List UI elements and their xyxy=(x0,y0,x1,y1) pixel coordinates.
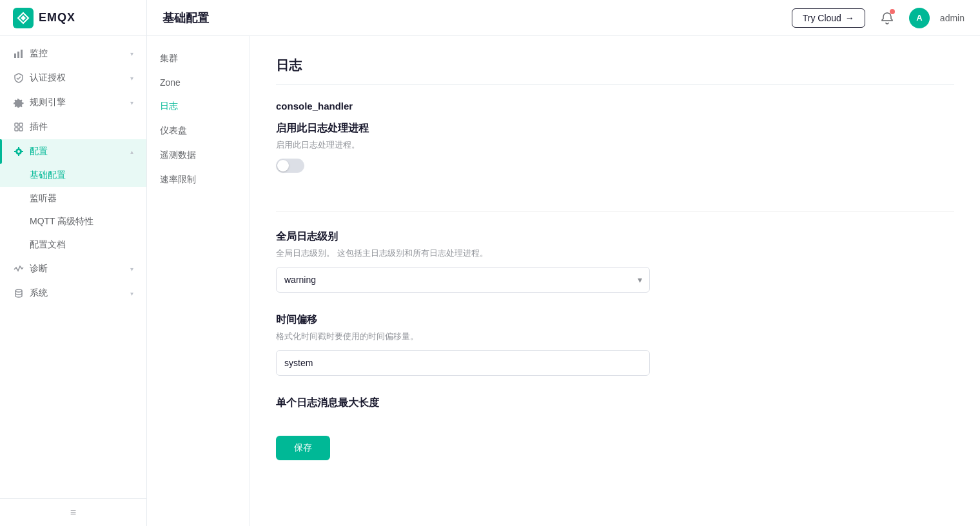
activity-icon xyxy=(13,263,24,275)
chevron-down-icon: ▾ xyxy=(130,50,133,57)
try-cloud-button[interactable]: Try Cloud → xyxy=(792,8,865,28)
sidebar-item-rule-engine[interactable]: 规则引擎 ▾ xyxy=(0,90,146,115)
svg-rect-6 xyxy=(15,128,18,131)
sidebar-subitem-mqtt-advanced-label: MQTT 高级特性 xyxy=(30,216,93,226)
enable-handler-label: 启用此日志处理进程 xyxy=(276,122,954,135)
time-offset-field: 时间偏移 格式化时间戳时要使用的时间偏移量。 xyxy=(276,313,954,376)
sidebar-item-system[interactable]: 系统 ▾ xyxy=(0,281,146,306)
sidebar-item-monitoring-label: 监控 xyxy=(30,48,48,59)
svg-rect-4 xyxy=(15,123,18,126)
page-title: 基础配置 xyxy=(162,10,781,26)
chevron-down-icon: ▾ xyxy=(130,99,133,106)
console-handler-section: console_handler 启用此日志处理进程 启用此日志处理进程。 xyxy=(276,101,954,212)
sec-nav-rate-limit[interactable]: 速率限制 xyxy=(147,168,250,192)
sidebar-item-diagnosis-label: 诊断 xyxy=(30,263,48,275)
time-offset-label: 时间偏移 xyxy=(276,313,954,327)
console-handler-title: console_handler xyxy=(276,101,954,112)
sidebar-item-rule-engine-label: 规则引擎 xyxy=(30,97,66,108)
sidebar-item-plugins-label: 插件 xyxy=(30,121,48,133)
chart-icon xyxy=(13,48,24,59)
gear-icon xyxy=(13,97,24,108)
svg-rect-2 xyxy=(17,52,19,58)
sec-nav-zone-label: Zone xyxy=(160,77,181,88)
max-length-field: 单个日志消息最大长度 xyxy=(276,396,954,410)
svg-rect-1 xyxy=(14,54,16,58)
svg-rect-5 xyxy=(19,123,23,126)
settings-icon xyxy=(13,146,24,157)
sidebar-footer: ≡ xyxy=(0,498,146,526)
sec-nav-log[interactable]: 日志 xyxy=(147,94,250,119)
sidebar-item-auth-label: 认证授权 xyxy=(30,72,66,84)
svg-rect-7 xyxy=(19,128,23,131)
chevron-down-icon: ▾ xyxy=(130,266,133,273)
database-icon xyxy=(13,287,24,299)
sec-nav-rate-limit-label: 速率限制 xyxy=(160,174,196,184)
max-length-label: 单个日志消息最大长度 xyxy=(276,396,954,410)
sidebar-subitem-listener-label: 监听器 xyxy=(30,193,57,203)
log-section-title: 日志 xyxy=(276,57,954,85)
sidebar-subitem-config-doc[interactable]: 配置文档 xyxy=(0,233,146,257)
sidebar-item-config[interactable]: 配置 ▴ xyxy=(0,139,146,164)
sidebar-subitem-mqtt-advanced[interactable]: MQTT 高级特性 xyxy=(0,210,146,233)
notification-badge xyxy=(890,9,895,14)
chevron-down-icon: ▾ xyxy=(130,75,133,82)
sidebar-item-system-label: 系统 xyxy=(30,287,48,299)
sidebar: EMQX 监控 ▾ 认证授权 ▾ 规则引擎 ▾ xyxy=(0,0,147,526)
puzzle-icon xyxy=(13,121,24,133)
collapse-button[interactable]: ≡ xyxy=(70,507,76,518)
log-level-label: 全局日志级别 xyxy=(276,230,954,244)
content-area: 集群 Zone 日志 仪表盘 遥测数据 速率限制 日志 console_ha xyxy=(147,36,980,526)
enable-handler-desc: 启用此日志处理进程。 xyxy=(276,139,954,151)
time-offset-input[interactable] xyxy=(276,350,650,376)
sec-nav-log-label: 日志 xyxy=(160,101,178,111)
header: 基础配置 Try Cloud → A admin xyxy=(147,0,980,36)
chevron-down-icon: ▾ xyxy=(130,290,133,297)
sidebar-logo: EMQX xyxy=(0,0,146,36)
sec-nav-telemetry[interactable]: 遥测数据 xyxy=(147,143,250,168)
log-level-field: 全局日志级别 全局日志级别。 这包括主日志级别和所有日志处理进程。 warnin… xyxy=(276,230,954,293)
sidebar-subitem-listener[interactable]: 监听器 xyxy=(0,187,146,210)
sidebar-navigation: 监控 ▾ 认证授权 ▾ 规则引擎 ▾ 插件 xyxy=(0,36,146,498)
main-area: 基础配置 Try Cloud → A admin 集群 Zone 日志 xyxy=(147,0,980,526)
sec-nav-telemetry-label: 遥测数据 xyxy=(160,150,196,160)
sidebar-item-plugins[interactable]: 插件 xyxy=(0,115,146,139)
sidebar-item-monitoring[interactable]: 监控 ▾ xyxy=(0,41,146,66)
sidebar-item-config-label: 配置 xyxy=(30,146,48,157)
main-content: 日志 console_handler 启用此日志处理进程 启用此日志处理进程。 … xyxy=(250,36,980,526)
enable-handler-field: 启用此日志处理进程 启用此日志处理进程。 xyxy=(276,122,954,173)
sec-nav-dashboard-label: 仪表盘 xyxy=(160,125,187,135)
emqx-logo-icon xyxy=(13,8,34,28)
secondary-sidebar: 集群 Zone 日志 仪表盘 遥测数据 速率限制 xyxy=(147,36,250,526)
save-button[interactable]: 保存 xyxy=(276,436,330,460)
sidebar-subitem-config-doc-label: 配置文档 xyxy=(30,239,66,249)
sidebar-item-auth[interactable]: 认证授权 ▾ xyxy=(0,66,146,90)
logo-text: EMQX xyxy=(39,11,75,24)
enable-handler-toggle[interactable] xyxy=(276,159,304,173)
svg-rect-3 xyxy=(21,50,23,58)
avatar: A xyxy=(909,8,930,28)
svg-point-8 xyxy=(15,289,22,292)
sec-nav-zone[interactable]: Zone xyxy=(147,71,250,94)
shield-icon xyxy=(13,72,24,84)
sidebar-subitem-basic-config[interactable]: 基础配置 xyxy=(0,164,146,187)
time-offset-desc: 格式化时间戳时要使用的时间偏移量。 xyxy=(276,331,954,342)
try-cloud-arrow-icon: → xyxy=(845,13,854,23)
log-level-desc: 全局日志级别。 这包括主日志级别和所有日志处理进程。 xyxy=(276,248,954,259)
sec-nav-cluster[interactable]: 集群 xyxy=(147,46,250,71)
sidebar-subitem-basic-config-label: 基础配置 xyxy=(30,170,66,180)
user-name: admin xyxy=(940,13,965,23)
chevron-up-icon: ▴ xyxy=(130,148,133,155)
sidebar-item-diagnosis[interactable]: 诊断 ▾ xyxy=(0,257,146,281)
notification-bell-button[interactable] xyxy=(876,6,899,30)
sec-nav-dashboard[interactable]: 仪表盘 xyxy=(147,119,250,143)
log-level-select[interactable]: warning debug info notice error critical… xyxy=(276,267,650,293)
sec-nav-cluster-label: 集群 xyxy=(160,53,178,63)
try-cloud-label: Try Cloud xyxy=(803,13,841,23)
log-level-select-wrapper: warning debug info notice error critical… xyxy=(276,267,650,293)
